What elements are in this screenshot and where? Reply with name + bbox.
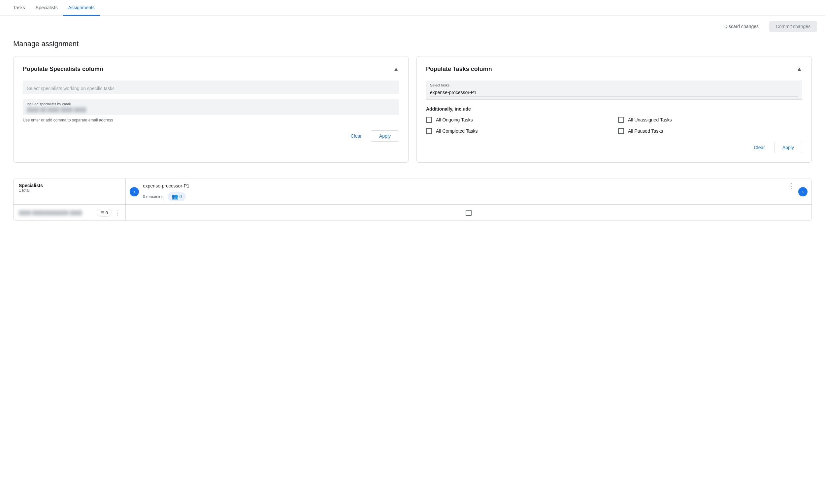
- discard-changes-button[interactable]: Discard changes: [719, 21, 764, 32]
- tasks-apply-button[interactable]: Apply: [774, 142, 802, 153]
- select-tasks-label: Select tasks: [430, 83, 798, 87]
- specialists-card-header: Populate Specialists column ▲: [23, 66, 399, 73]
- task-col-info: expense-processor-P1 ⋮ 0 remaining 👥 0: [139, 179, 798, 204]
- assignment-cell: [126, 205, 812, 220]
- page-title: Manage assignment: [0, 37, 825, 56]
- tasks-card-header: Populate Tasks column ▲: [426, 66, 802, 73]
- select-tasks-wrapper: Select tasks: [426, 80, 802, 100]
- checkbox-paused-label: All Paused Tasks: [628, 128, 663, 134]
- checkbox-paused-box[interactable]: [618, 128, 624, 134]
- checkbox-completed-label: All Completed Tasks: [436, 128, 478, 134]
- specialists-count: 1 total: [19, 188, 120, 193]
- email-hint: Use enter or add comma to separate email…: [23, 118, 399, 123]
- task-remaining: 0 remaining: [143, 195, 164, 199]
- specialists-apply-button[interactable]: Apply: [371, 130, 399, 142]
- checkbox-ongoing-box[interactable]: [426, 117, 432, 123]
- specialists-card-collapse-icon[interactable]: ▲: [393, 66, 399, 73]
- checkbox-paused[interactable]: All Paused Tasks: [618, 128, 802, 134]
- prev-task-button[interactable]: ‹: [130, 187, 139, 196]
- task-col-name: expense-processor-P1: [143, 183, 190, 189]
- select-specialists-placeholder: Select specialists working on specific t…: [27, 86, 115, 91]
- checkbox-unassigned-label: All Unassigned Tasks: [628, 117, 672, 123]
- checkbox-completed-box[interactable]: [426, 128, 432, 134]
- tasks-card-footer: Clear Apply: [426, 142, 802, 153]
- email-value: ████ ██ ████ ████ ████: [27, 107, 395, 112]
- next-task-button[interactable]: ›: [798, 187, 808, 196]
- checkbox-grid: All Ongoing Tasks All Unassigned Tasks A…: [426, 117, 802, 134]
- task-assigned-count: 0: [179, 194, 182, 199]
- checkbox-unassigned-box[interactable]: [618, 117, 624, 123]
- task-assigned-badge[interactable]: 👥 0: [168, 192, 186, 201]
- task-menu-icon[interactable]: ⋮: [789, 182, 794, 190]
- specialists-card: Populate Specialists column ▲ Select spe…: [13, 56, 408, 163]
- tasks-card: Populate Tasks column ▲ Select tasks Add…: [417, 56, 812, 163]
- specialists-col-header: Specialists 1 total: [13, 179, 126, 204]
- checkbox-ongoing[interactable]: All Ongoing Tasks: [426, 117, 610, 123]
- nav-tab-assignments[interactable]: Assignments: [63, 0, 100, 16]
- assignment-table: Specialists 1 total ‹ expense-processor-…: [13, 178, 812, 221]
- select-specialists-input[interactable]: Select specialists working on specific t…: [23, 80, 399, 94]
- select-specialists-wrapper: Select specialists working on specific t…: [23, 80, 399, 94]
- tasks-card-collapse-icon[interactable]: ▲: [796, 66, 802, 73]
- specialist-badge-count: 0: [105, 210, 108, 215]
- checkbox-completed[interactable]: All Completed Tasks: [426, 128, 610, 134]
- specialist-cell: ████ ████████████ ████ ☰ 0 ⋮: [13, 205, 126, 220]
- checkbox-unassigned[interactable]: All Unassigned Tasks: [618, 117, 802, 123]
- table-header-row: Specialists 1 total ‹ expense-processor-…: [13, 179, 812, 205]
- table-row: ████ ████████████ ████ ☰ 0 ⋮: [13, 205, 812, 220]
- commit-changes-button[interactable]: Commit changes: [769, 21, 817, 32]
- toolbar: Discard changes Commit changes: [0, 16, 825, 37]
- specialists-card-footer: Clear Apply: [23, 130, 399, 142]
- additionally-label: Additionally, include: [426, 106, 802, 112]
- specialist-name: ████ ████████████ ████: [19, 210, 94, 215]
- top-nav: Tasks Specialists Assignments: [0, 0, 825, 16]
- cards-container: Populate Specialists column ▲ Select spe…: [0, 56, 825, 163]
- checkbox-ongoing-label: All Ongoing Tasks: [436, 117, 473, 123]
- tasks-card-title: Populate Tasks column: [426, 66, 492, 73]
- list-icon: ☰: [100, 210, 104, 215]
- assignment-table-section: Specialists 1 total ‹ expense-processor-…: [13, 178, 812, 221]
- select-tasks-input-wrapper: Select tasks: [426, 80, 802, 100]
- specialists-clear-button[interactable]: Clear: [347, 131, 366, 141]
- nav-tab-tasks[interactable]: Tasks: [8, 0, 30, 16]
- tasks-clear-button[interactable]: Clear: [750, 142, 769, 153]
- email-label: Include specialists by email: [27, 102, 395, 106]
- assignment-checkbox[interactable]: [466, 210, 471, 216]
- task-col-nav: ‹ expense-processor-P1 ⋮ 0 remaining 👥 0: [130, 179, 808, 204]
- nav-tab-specialists[interactable]: Specialists: [30, 0, 63, 16]
- people-icon: 👥: [172, 194, 178, 200]
- task-col-name-row: expense-processor-P1 ⋮: [143, 182, 794, 190]
- specialists-card-title: Populate Specialists column: [23, 66, 103, 73]
- task-col-header: ‹ expense-processor-P1 ⋮ 0 remaining 👥 0: [126, 179, 812, 204]
- email-input-wrapper: Include specialists by email ████ ██ ███…: [23, 99, 399, 115]
- select-tasks-input[interactable]: [430, 88, 798, 97]
- specialist-tasks-badge[interactable]: ☰ 0: [97, 209, 111, 217]
- specialists-col-title: Specialists: [19, 183, 120, 188]
- additionally-section: Additionally, include All Ongoing Tasks …: [426, 106, 802, 134]
- specialist-menu-icon[interactable]: ⋮: [114, 209, 120, 217]
